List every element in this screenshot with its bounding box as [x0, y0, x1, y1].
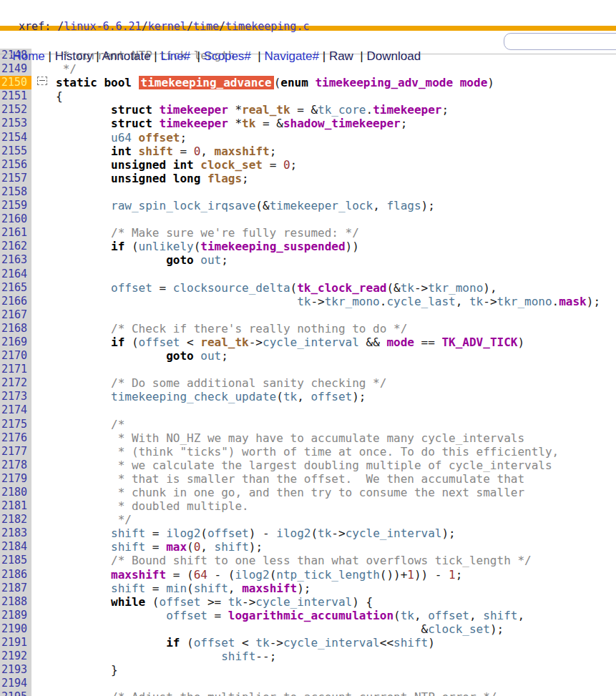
- local-variable-link[interactable]: clock_set: [200, 158, 263, 172]
- current-line-number-link[interactable]: 2150: [0, 76, 31, 89]
- symbol-link[interactable]: offset: [428, 609, 469, 622]
- symbol-link[interactable]: min: [166, 582, 187, 595]
- symbol-link-definition[interactable]: timekeeper: [373, 103, 441, 117]
- symbol-link-definition[interactable]: timekeeper: [160, 103, 228, 117]
- line-number-link[interactable]: 2165: [0, 281, 31, 295]
- symbol-link[interactable]: ntp_tick_length: [276, 568, 380, 582]
- line-number-link[interactable]: 2192: [0, 650, 31, 663]
- line-number-link[interactable]: 2194: [0, 677, 31, 690]
- symbol-link[interactable]: raw_spin_lock_irqsave: [111, 199, 255, 212]
- symbol-link-definition[interactable]: timekeeping_suspended: [200, 240, 345, 253]
- local-variable-link[interactable]: flags: [207, 172, 242, 185]
- line-number-link[interactable]: 2164: [0, 268, 31, 281]
- symbol-link[interactable]: clocksource_delta: [173, 281, 290, 295]
- symbol-link[interactable]: tk: [318, 526, 331, 540]
- symbol-link[interactable]: tk: [401, 609, 414, 622]
- symbol-link[interactable]: cycle_interval: [346, 526, 442, 540]
- symbol-link-definition[interactable]: tk_clock_read: [297, 281, 386, 295]
- line-number-link[interactable]: 2190: [0, 622, 31, 636]
- line-number-link[interactable]: 2191: [0, 636, 31, 650]
- line-number-link[interactable]: 2167: [0, 308, 31, 322]
- symbol-link[interactable]: offset: [311, 390, 352, 403]
- symbol-link[interactable]: offset: [194, 636, 235, 650]
- nav-link-annotate[interactable]: Annotate: [102, 49, 151, 63]
- symbol-link[interactable]: tk: [469, 295, 483, 308]
- symbol-link-definition[interactable]: mode: [460, 76, 488, 89]
- symbol-link[interactable]: offset: [207, 526, 249, 540]
- line-number-link[interactable]: 2175: [0, 418, 31, 431]
- local-variable-link[interactable]: offset: [139, 131, 180, 144]
- symbol-link[interactable]: offset: [166, 609, 207, 622]
- symbol-link-definition[interactable]: max: [166, 540, 187, 554]
- symbol-link[interactable]: tk_core: [318, 103, 366, 117]
- line-number-link[interactable]: 2173: [0, 390, 31, 403]
- fold-function-icon[interactable]: [37, 77, 47, 85]
- symbol-link[interactable]: shift: [215, 540, 249, 554]
- line-number-link[interactable]: 2149: [0, 62, 31, 76]
- symbol-link[interactable]: unlikely: [139, 240, 194, 253]
- symbol-link[interactable]: shift: [221, 650, 255, 663]
- symbol-link-definition[interactable]: TK_ADV_TICK: [441, 335, 517, 349]
- line-number-link[interactable]: 2186: [0, 568, 31, 582]
- symbol-link[interactable]: clock_set: [428, 622, 490, 636]
- symbol-link[interactable]: tk: [297, 295, 311, 308]
- symbol-link[interactable]: tkr_mono: [497, 295, 552, 308]
- symbol-link[interactable]: ilog2: [235, 568, 269, 582]
- line-number-link[interactable]: 2180: [0, 486, 31, 499]
- nav-link-download[interactable]: Download: [366, 49, 421, 63]
- line-number-link[interactable]: 2193: [0, 663, 31, 677]
- line-number-link[interactable]: 2161: [0, 226, 31, 240]
- symbol-link[interactable]: shift: [111, 526, 145, 540]
- symbol-link[interactable]: offset: [111, 281, 152, 295]
- symbol-link[interactable]: flags: [386, 199, 421, 212]
- symbol-link-definition[interactable]: mode: [386, 335, 414, 349]
- line-number-link[interactable]: 2178: [0, 459, 31, 472]
- symbol-link-definition[interactable]: timekeeper: [160, 117, 228, 130]
- line-number-link[interactable]: 2177: [0, 445, 31, 459]
- search-input[interactable]: [504, 33, 616, 50]
- local-variable-link[interactable]: shift: [139, 144, 173, 158]
- symbol-link[interactable]: tk: [401, 281, 414, 295]
- symbol-link[interactable]: offset: [160, 595, 201, 609]
- local-variable-link[interactable]: tk: [242, 117, 255, 130]
- symbol-link-definition[interactable]: maxshift: [242, 582, 297, 595]
- symbol-link[interactable]: ilog2: [166, 526, 200, 540]
- symbol-link[interactable]: tk: [283, 390, 297, 403]
- line-number-link[interactable]: 2195: [0, 690, 31, 696]
- symbol-link[interactable]: shift: [111, 582, 145, 595]
- symbol-link[interactable]: cycle_last: [386, 295, 455, 308]
- nav-link-navigate[interactable]: Navigate#: [264, 49, 319, 63]
- line-number-link[interactable]: 2155: [0, 144, 31, 158]
- symbol-link[interactable]: out: [200, 349, 221, 363]
- symbol-link[interactable]: shift: [111, 540, 145, 554]
- line-number-link[interactable]: 2163: [0, 253, 31, 267]
- symbol-link-definition[interactable]: mask: [559, 295, 587, 308]
- line-number-link[interactable]: 2176: [0, 431, 31, 445]
- line-number-link[interactable]: 2156: [0, 158, 31, 172]
- line-number-link[interactable]: 2168: [0, 322, 31, 335]
- symbol-link[interactable]: tkr_mono: [428, 281, 483, 295]
- nav-link-scopes[interactable]: Scopes#: [204, 49, 251, 63]
- line-number-link[interactable]: 2153: [0, 117, 31, 130]
- line-number-link[interactable]: 2188: [0, 595, 31, 609]
- line-number-link[interactable]: 2179: [0, 472, 31, 486]
- symbol-link[interactable]: tk: [228, 595, 242, 609]
- line-number-link[interactable]: 2172: [0, 376, 31, 390]
- line-number-link[interactable]: 2189: [0, 609, 31, 622]
- nav-link-raw[interactable]: Raw: [329, 49, 353, 63]
- line-number-link[interactable]: 2159: [0, 199, 31, 212]
- symbol-link[interactable]: cycle_interval: [283, 636, 380, 650]
- line-number-link[interactable]: 2184: [0, 540, 31, 554]
- nav-link-home[interactable]: Home: [12, 49, 44, 63]
- symbol-link[interactable]: shift: [194, 582, 228, 595]
- symbol-link[interactable]: timekeeper_lock: [270, 199, 373, 212]
- local-variable-link[interactable]: maxshift: [215, 144, 270, 158]
- line-number-link[interactable]: 2166: [0, 295, 31, 308]
- nav-link-line[interactable]: Line#: [160, 49, 190, 63]
- symbol-link[interactable]: shift: [483, 609, 517, 622]
- line-number-link[interactable]: 2154: [0, 131, 31, 144]
- symbol-link[interactable]: cycle_interval: [263, 335, 359, 349]
- symbol-link-definition[interactable]: timekeeping_adv_mode: [315, 76, 453, 89]
- nav-link-history[interactable]: History: [55, 49, 93, 63]
- line-number-link[interactable]: 2170: [0, 349, 31, 363]
